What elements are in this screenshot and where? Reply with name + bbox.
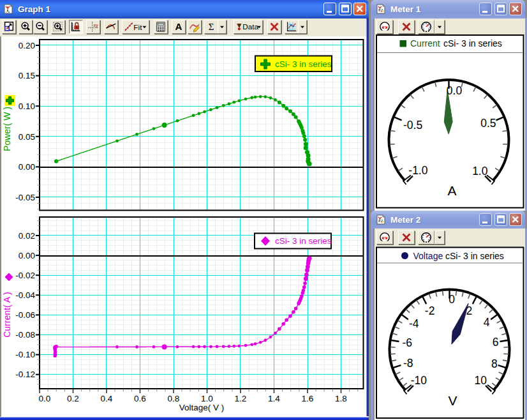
svg-text:1.2: 1.2 [235,394,247,403]
svg-text:1.0: 1.0 [472,165,488,177]
svg-text:1.0: 1.0 [201,394,213,403]
svg-text:0.05: 0.05 [19,132,35,142]
svg-text:0.02: 0.02 [19,231,35,241]
svg-text:0.15: 0.15 [19,71,35,80]
svg-text:8: 8 [491,357,498,370]
svg-text:0.6: 0.6 [134,394,146,403]
svg-text:-0.04: -0.04 [15,290,35,300]
svg-text:Voltage: Voltage [413,251,443,261]
svg-text:0.10: 0.10 [19,101,35,111]
svg-text:-0.06: -0.06 [15,310,35,320]
svg-text:1.8: 1.8 [335,394,347,403]
svg-text:Current( A ): Current( A ) [2,292,12,338]
svg-text:A: A [447,183,456,198]
svg-text:-8: -8 [403,357,413,370]
svg-text:0.00: 0.00 [19,162,35,172]
svg-text:4: 4 [484,316,490,329]
svg-text:-0.10: -0.10 [15,350,35,359]
svg-text:0.8: 0.8 [168,394,180,403]
svg-text:Current: Current [410,38,440,49]
svg-text:0.00: 0.00 [19,251,35,260]
svg-text:0.0: 0.0 [447,84,463,97]
svg-text:0.20: 0.20 [19,41,35,50]
svg-text:-6: -6 [403,336,413,349]
svg-text:1.4: 1.4 [268,394,280,403]
svg-text:-0.05: -0.05 [15,193,35,202]
svg-text:cSi- 3 in series: cSi- 3 in series [275,59,332,69]
svg-text:cSi- 3 in series: cSi- 3 in series [275,236,332,246]
svg-text:0.0: 0.0 [39,394,51,403]
svg-text:10: 10 [475,374,487,387]
svg-text:-10: -10 [411,374,427,387]
svg-text:-1.0: -1.0 [408,164,427,177]
svg-text:-0.02: -0.02 [15,271,35,280]
svg-text:Voltage( V ): Voltage( V ) [179,403,225,412]
svg-text:cSi- 3 in series: cSi- 3 in series [445,251,504,261]
svg-text:0: 0 [449,293,455,306]
svg-text:0.4: 0.4 [101,394,113,403]
svg-text:-2: -2 [425,304,435,317]
svg-text:V: V [448,393,457,408]
svg-text:cSi- 3 in series: cSi- 3 in series [443,38,502,49]
svg-text:Power( W ): Power( W ) [2,107,12,151]
svg-text:2: 2 [466,304,473,317]
svg-text:0.2: 0.2 [67,394,79,403]
svg-text:6: 6 [493,336,499,349]
svg-text:-4: -4 [409,317,419,330]
svg-text:-0.08: -0.08 [15,330,35,340]
svg-text:-0.5: -0.5 [403,119,422,131]
svg-text:-0.12: -0.12 [15,370,35,379]
svg-text:0.5: 0.5 [480,117,496,130]
svg-text:1.6: 1.6 [302,394,314,403]
